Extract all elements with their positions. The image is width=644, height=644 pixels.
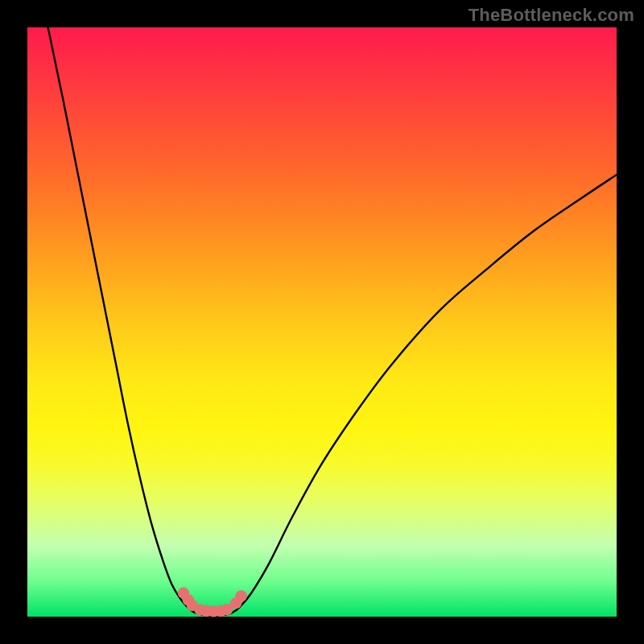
chart-frame: TheBottleneck.com [0,0,644,644]
curve-markers [178,588,247,617]
bottleneck-curve [48,27,617,616]
chart-plot-area [27,27,617,617]
curve-marker [236,590,247,601]
chart-svg [27,27,617,617]
attribution-label: TheBottleneck.com [469,5,634,26]
